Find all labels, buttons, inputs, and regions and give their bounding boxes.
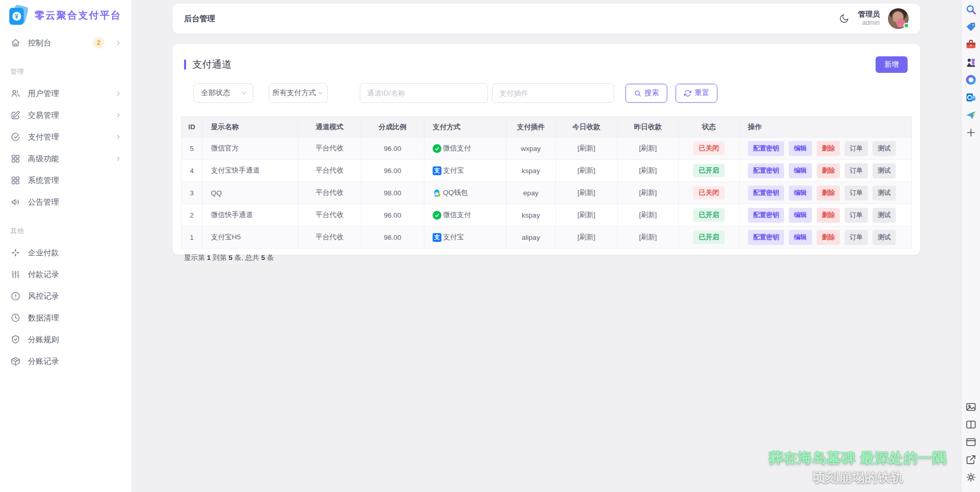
package-icon — [10, 356, 21, 366]
table-header-row: ID 显示名称 通道模式 分成比例 支付方式 支付插件 今日收款 昨日收款 状态… — [181, 117, 912, 137]
test-button[interactable]: 测试 — [872, 186, 896, 201]
refresh-yesterday-link[interactable]: [刷新] — [639, 211, 657, 219]
screenshot-icon[interactable] — [965, 401, 977, 413]
status-badge: 已开启 — [693, 208, 725, 222]
edit-button[interactable]: 编辑 — [789, 208, 812, 223]
subtitle-line-1: 葬在海岛墓碑 最深处的一隅 — [760, 449, 956, 467]
sidebar-item-label: 数据清理 — [28, 313, 122, 323]
window-panel-icon[interactable] — [965, 436, 977, 448]
delete-button[interactable]: 删除 — [817, 230, 840, 245]
plugin-search-input[interactable] — [492, 83, 614, 103]
chess-icon[interactable] — [965, 56, 977, 68]
chevron-down-icon — [240, 89, 248, 97]
grid-icon — [10, 175, 21, 186]
slack-icon — [10, 248, 21, 258]
sidebar-item-data-cleanup[interactable]: 数据清理 — [0, 307, 131, 329]
orders-button[interactable]: 订单 — [845, 186, 868, 201]
tag-icon[interactable] — [965, 21, 977, 33]
sidebar-item-enterprise-payout[interactable]: 企业付款 — [0, 242, 131, 264]
home-icon — [10, 38, 21, 48]
open-external-icon[interactable] — [965, 454, 977, 466]
delete-button[interactable]: 删除 — [817, 208, 840, 223]
configure-keys-button[interactable]: 配置密钥 — [748, 163, 784, 178]
sidebar-item-payments[interactable]: 支付管理 — [0, 126, 131, 148]
channel-search-input[interactable] — [360, 83, 488, 103]
add-channel-button[interactable]: 新增 — [876, 56, 908, 73]
refresh-yesterday-link[interactable]: [刷新] — [639, 189, 657, 196]
refresh-yesterday-link[interactable]: [刷新] — [639, 233, 657, 241]
yen-glyph: ¥ — [12, 12, 21, 21]
edit-button[interactable]: 编辑 — [789, 163, 812, 178]
edit-button[interactable]: 编辑 — [789, 141, 812, 156]
sidebar: ¥ 零云聚合支付平台 控制台 2 管理 用户管理 交易管理 — [0, 0, 132, 492]
delete-button[interactable]: 删除 — [817, 163, 840, 178]
edit-square-icon — [10, 110, 21, 120]
refresh-today-link[interactable]: [刷新] — [577, 211, 595, 219]
chevron-right-icon — [115, 112, 122, 119]
online-status-dot — [904, 23, 909, 28]
test-button[interactable]: 测试 — [872, 163, 896, 178]
sidebar-menu: 控制台 2 管理 用户管理 交易管理 支付管理 — [0, 30, 131, 372]
sidebar-item-risk-records[interactable]: 风控记录 — [0, 285, 131, 307]
refresh-today-link[interactable]: [刷新] — [577, 233, 595, 241]
telegram-icon[interactable] — [965, 109, 977, 121]
sidebar-item-console[interactable]: 控制台 2 — [0, 32, 131, 54]
avatar[interactable] — [888, 8, 909, 29]
orders-button[interactable]: 订单 — [845, 208, 868, 223]
refresh-today-link[interactable]: [刷新] — [577, 144, 595, 152]
delete-button[interactable]: 删除 — [817, 141, 840, 156]
toolbox-icon[interactable] — [965, 39, 977, 51]
sidebar-item-label: 交易管理 — [28, 111, 104, 120]
refresh-today-link[interactable]: [刷新] — [577, 189, 595, 196]
copilot-icon[interactable] — [965, 74, 977, 86]
test-button[interactable]: 测试 — [872, 230, 896, 245]
configure-keys-button[interactable]: 配置密钥 — [748, 208, 784, 223]
sidebar-item-label: 付款记录 — [28, 270, 122, 280]
sidebar-item-payout-records[interactable]: 付款记录 — [0, 264, 131, 285]
chevron-right-icon — [115, 133, 122, 141]
sidebar-item-users[interactable]: 用户管理 — [0, 83, 131, 104]
dark-mode-toggle[interactable] — [838, 13, 850, 24]
status-select[interactable]: 全部状态 — [193, 83, 253, 103]
status-badge: 已关闭 — [693, 142, 725, 155]
wechat-pay-icon — [433, 144, 441, 153]
orders-button[interactable]: 订单 — [845, 230, 868, 245]
sidebar-item-transactions[interactable]: 交易管理 — [0, 104, 131, 126]
sidebar-item-label: 风控记录 — [28, 291, 122, 301]
test-button[interactable]: 测试 — [872, 208, 896, 223]
sidebar-item-split-records[interactable]: 分账记录 — [0, 350, 131, 372]
delete-button[interactable]: 删除 — [817, 186, 840, 201]
sidebar-item-system[interactable]: 系统管理 — [0, 170, 131, 191]
sidebar-item-label: 系统管理 — [28, 176, 122, 186]
refresh-yesterday-link[interactable]: [刷新] — [639, 166, 657, 174]
orders-button[interactable]: 订单 — [845, 141, 868, 156]
sidebar-item-label: 用户管理 — [28, 89, 104, 99]
search-icon[interactable] — [965, 4, 977, 16]
edit-button[interactable]: 编辑 — [789, 186, 812, 201]
test-button[interactable]: 测试 — [872, 141, 896, 156]
payment-method-select[interactable]: 所有支付方式 — [269, 83, 328, 103]
configure-keys-button[interactable]: 配置密钥 — [748, 186, 784, 201]
orders-button[interactable]: 订单 — [845, 163, 868, 178]
user-meta: 管理员 admin — [858, 10, 880, 27]
outlook-icon[interactable] — [965, 91, 977, 103]
gear-icon[interactable] — [965, 471, 977, 483]
sidebar-item-announcements[interactable]: 公告管理 — [0, 191, 131, 213]
add-extension-icon[interactable] — [965, 127, 977, 139]
sidebar-item-advanced[interactable]: 高级功能 — [0, 148, 131, 170]
chevron-right-icon — [115, 155, 122, 162]
reset-button[interactable]: 重置 — [676, 84, 717, 103]
refresh-yesterday-link[interactable]: [刷新] — [639, 144, 657, 152]
split-view-icon[interactable] — [965, 419, 977, 431]
edit-button[interactable]: 编辑 — [789, 230, 812, 245]
refresh-today-link[interactable]: [刷新] — [577, 166, 595, 174]
search-button[interactable]: 搜索 — [625, 84, 667, 103]
sidebar-item-label: 支付管理 — [28, 132, 104, 142]
chevron-down-icon — [317, 89, 324, 97]
configure-keys-button[interactable]: 配置密钥 — [748, 230, 784, 245]
console-badge: 2 — [93, 37, 104, 49]
sidebar-section-manage: 管理 — [0, 54, 131, 83]
sliders-icon — [10, 269, 21, 280]
configure-keys-button[interactable]: 配置密钥 — [748, 141, 784, 156]
sidebar-item-split-rules[interactable]: 分账规则 — [0, 329, 131, 350]
